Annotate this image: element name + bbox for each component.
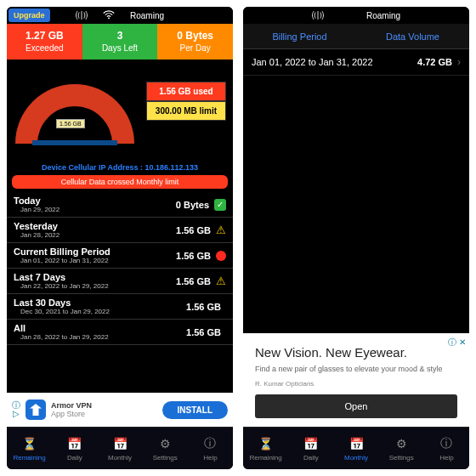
days-left-cell: 3Days Left xyxy=(82,24,158,60)
tab-daily[interactable]: 📅Daily xyxy=(52,428,97,469)
gauge-value: 1.56 GB xyxy=(56,119,85,128)
calendar-icon: 📅 xyxy=(348,435,365,452)
install-button[interactable]: INSTALL xyxy=(162,401,228,419)
ad-source: R. Kumar Opticians xyxy=(255,380,457,388)
list-item[interactable]: Last 30 DaysDec 30, 2021 to Jan 29, 2022… xyxy=(7,294,233,320)
usage-list: TodayJan 29, 20220 Bytes✓ YesterdayJan 2… xyxy=(7,192,233,393)
left-screenshot: Upgrade Roaming 1.27 GBExceeded 3Days Le… xyxy=(7,7,233,469)
check-icon: ✓ xyxy=(214,199,226,211)
warning-icon: ⚠ xyxy=(216,275,226,287)
ad-app-icon xyxy=(26,400,46,420)
tab-bar: ⏳Remaining 📅Daily 📅Monthly ⚙Settings ⓘHe… xyxy=(243,427,469,469)
billing-row[interactable]: Jan 01, 2022 to Jan 31, 2022 4.72 GB › xyxy=(243,49,469,76)
calendar-icon: 📅 xyxy=(66,435,83,452)
hourglass-icon: ⏳ xyxy=(258,435,275,452)
usage-gauge: 1.56 GB xyxy=(15,76,134,144)
right-screenshot: Roaming Billing Period Data Volume Jan 0… xyxy=(243,7,469,469)
svg-point-0 xyxy=(108,18,110,20)
list-item[interactable]: AllJan 28, 2022 to Jan 29, 20221.56 GB xyxy=(7,320,233,345)
summary-row: 1.27 GBExceeded 3Days Left 0 BytesPer Da… xyxy=(7,24,233,60)
ad-banner[interactable]: ⓘ▷ Armor VPNApp Store INSTALL xyxy=(7,393,233,427)
alert-icon xyxy=(216,251,226,261)
calendar-icon: 📅 xyxy=(303,435,320,452)
tab-help[interactable]: ⓘHelp xyxy=(188,428,233,469)
ad-title: New Vision. New Eyewear. xyxy=(255,345,457,360)
per-day-cell: 0 BytesPer Day xyxy=(157,24,233,60)
empty-area xyxy=(243,76,469,333)
tab-bar: ⏳Remaining 📅Daily 📅Monthly ⚙Settings ⓘHe… xyxy=(7,427,233,469)
column-header: Billing Period Data Volume xyxy=(243,24,469,49)
tab-daily[interactable]: 📅Daily xyxy=(288,428,333,469)
info-icon: ⓘ xyxy=(438,435,455,452)
wifi-icon xyxy=(103,10,115,20)
header-billing-period[interactable]: Billing Period xyxy=(243,31,356,42)
gear-icon: ⚙ xyxy=(393,435,410,452)
gear-icon: ⚙ xyxy=(156,435,173,452)
exceeded-cell: 1.27 GBExceeded xyxy=(7,24,82,60)
tab-monthly[interactable]: 📅Monthly xyxy=(333,428,378,469)
gauge-area: 1.56 GB 1.56 GB used 300.00 MB limit xyxy=(7,60,233,160)
alert-banner: Cellular Data crossed Monthly limit xyxy=(12,175,228,189)
antenna-icon xyxy=(312,9,324,21)
ad-info-icon[interactable]: ⓘ▷ xyxy=(12,401,20,418)
used-box: 1.56 GB used xyxy=(146,82,226,101)
ad-card[interactable]: ⓘ ✕ New Vision. New Eyewear. Find a new … xyxy=(243,333,469,427)
tab-settings[interactable]: ⚙Settings xyxy=(143,428,188,469)
tab-settings[interactable]: ⚙Settings xyxy=(379,428,424,469)
tab-remaining[interactable]: ⏳Remaining xyxy=(7,428,52,469)
list-item[interactable]: YesterdayJan 28, 20221.56 GB⚠ xyxy=(7,218,233,243)
list-item[interactable]: TodayJan 29, 20220 Bytes✓ xyxy=(7,192,233,218)
roaming-label: Roaming xyxy=(130,11,164,20)
limit-box: 300.00 MB limit xyxy=(146,101,226,121)
hourglass-icon: ⏳ xyxy=(21,435,38,452)
ad-close-icon[interactable]: ⓘ ✕ xyxy=(448,337,466,348)
warning-icon: ⚠ xyxy=(216,224,226,236)
ip-address: Device Cellular IP Address : 10.186.112.… xyxy=(7,160,233,175)
header-data-volume[interactable]: Data Volume xyxy=(356,31,469,42)
open-button[interactable]: Open xyxy=(255,394,457,418)
ad-body: Find a new pair of glasses to elevate yo… xyxy=(255,365,457,375)
calendar-icon: 📅 xyxy=(111,435,128,452)
list-item[interactable]: Last 7 DaysJan 22, 2022 to Jan 29, 20221… xyxy=(7,269,233,294)
list-item[interactable]: Current Billing PeriodJan 01, 2022 to Ja… xyxy=(7,243,233,269)
tab-help[interactable]: ⓘHelp xyxy=(424,428,469,469)
chevron-right-icon: › xyxy=(457,56,461,68)
upgrade-button[interactable]: Upgrade xyxy=(8,8,50,22)
status-bar: Roaming xyxy=(243,7,469,24)
tab-monthly[interactable]: 📅Monthly xyxy=(97,428,142,469)
info-icon: ⓘ xyxy=(201,435,218,452)
tab-remaining[interactable]: ⏳Remaining xyxy=(243,428,288,469)
antenna-icon xyxy=(76,9,88,21)
roaming-label: Roaming xyxy=(366,11,400,20)
